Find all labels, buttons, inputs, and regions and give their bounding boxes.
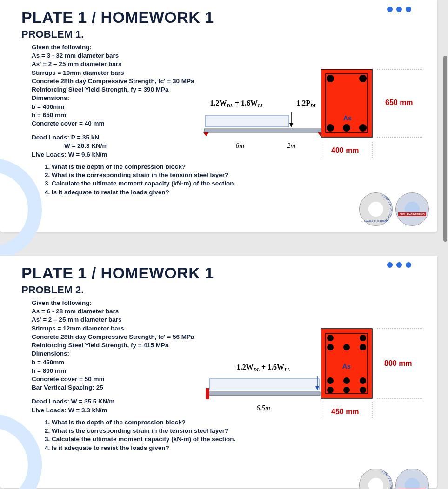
question: 1. What is the depth of the compression …: [45, 163, 314, 171]
span-dimensions: 6m 2m: [194, 142, 333, 150]
svg-point-28: [327, 344, 334, 350]
question: 4. Is it adequate to resist the loads gi…: [45, 444, 314, 452]
svg-marker-4: [203, 132, 209, 136]
civil-eng-seal: CIVIL ENGINEERING: [395, 192, 429, 226]
svg-point-35: [343, 387, 350, 393]
given-line: Dimensions:: [32, 350, 314, 358]
civil-eng-seal: CIVIL ENGINEERING: [395, 469, 429, 489]
as-label: As: [342, 363, 351, 370]
question: 1. What is the depth of the compression …: [45, 418, 314, 427]
given-line: Reinforcing Steel Yield Strength, fy = 4…: [32, 341, 314, 350]
question: 3. Calculate the ultimate moment capacit…: [45, 179, 314, 188]
load-formula: 1.2WDL + 1.6WLL: [194, 363, 333, 372]
slide-problem-1: PLATE 1 / HOMEWORK 1 PROBLEM 1. Given th…: [0, 0, 437, 232]
given-line: Reinforcing Steel Yield Strength, fy = 3…: [32, 86, 314, 94]
svg-point-29: [343, 344, 350, 350]
given-line: As' = 2 – 25 mm diameter bars: [32, 316, 314, 324]
svg-text:MANILA, PHILIPPINES: MANILA, PHILIPPINES: [364, 220, 389, 223]
svg-rect-19: [209, 379, 319, 390]
question: 2. What is the corresponding strain in t…: [45, 427, 314, 435]
load-line: Live Loads: W = 9.6 kN/m: [32, 151, 314, 159]
span-dimensions: 6.5m: [194, 404, 333, 412]
svg-rect-1: [204, 129, 322, 132]
height-dim: 800 mm: [384, 359, 412, 367]
svg-point-12: [359, 124, 367, 132]
university-seals: ADAMSON UNIVERSITY CIVIL ENGINEERING: [359, 469, 429, 489]
question: 4. Is it adequate to resist the loads gi…: [45, 188, 314, 197]
questions-list: 1. What is the depth of the compression …: [32, 418, 314, 452]
formula-part: 1.2W: [210, 99, 227, 107]
svg-point-11: [343, 124, 350, 132]
svg-point-30: [360, 344, 366, 350]
formula-part: 1.2P: [296, 99, 310, 107]
problem-heading: PROBLEM 2.: [21, 284, 419, 296]
section-svg: As 650 mm 400 mm: [316, 66, 423, 163]
slide-title: PLATE 1 / HOMEWORK 1: [21, 8, 419, 26]
svg-point-31: [327, 377, 334, 384]
svg-text:ADAMSON UNIVERSITY: ADAMSON UNIVERSITY: [381, 470, 392, 489]
load-formula: 1.2WDL + 1.6WLL 1.2PDL: [194, 99, 333, 108]
beam-diagram: 1.2WDL + 1.6WLL 6.5m: [194, 363, 333, 412]
beam-svg: [203, 376, 324, 402]
given-line: Stirrups = 10mm diameter bars: [32, 69, 314, 77]
given-line: Stirrups = 12mm diameter bars: [32, 324, 314, 333]
svg-marker-3: [289, 123, 293, 127]
given-line: As = 6 - 28 mm diameter bars: [32, 307, 314, 316]
section-svg: As 800 mm 450 mm: [316, 326, 423, 423]
svg-point-27: [360, 335, 366, 341]
slide-title: PLATE 1 / HOMEWORK 1: [21, 264, 419, 282]
beam-svg: [201, 112, 326, 140]
svg-point-36: [360, 387, 366, 393]
question: 2. What is the corresponding strain in t…: [45, 171, 314, 179]
given-line: As = 3 - 32 mm diameter bars: [32, 52, 314, 60]
svg-rect-0: [205, 116, 289, 127]
cross-section-diagram: As 800 mm 450 mm: [316, 326, 423, 423]
svg-point-26: [327, 335, 334, 341]
svg-rect-21: [206, 388, 209, 399]
height-dim: 650 mm: [385, 99, 413, 106]
seal-band: CIVIL ENGINEERING: [398, 212, 426, 216]
beam-diagram: 1.2WDL + 1.6WLL 1.2PDL 6m 2m: [194, 99, 333, 150]
given-line: Concrete 28th day Compressive Strength, …: [32, 333, 314, 341]
given-header: Given the following:: [32, 299, 314, 307]
given-header: Given the following:: [32, 43, 314, 52]
width-dim: 400 mm: [331, 146, 359, 154]
scrollbar[interactable]: [443, 56, 447, 242]
svg-point-8: [327, 75, 334, 82]
given-line: As' = 2 – 25 mm diameter bars: [32, 60, 314, 68]
adamson-seal: ADAMSON UNIVERSITYMANILA, PHILIPPINES: [359, 192, 393, 226]
svg-rect-20: [208, 392, 320, 396]
svg-point-33: [360, 377, 366, 384]
given-line: Concrete 28th day Compressive Strength, …: [32, 77, 314, 86]
width-dim: 450 mm: [331, 408, 359, 416]
formula-part: 1.2W: [237, 363, 254, 371]
svg-point-32: [343, 377, 350, 384]
as-label: As: [343, 114, 352, 122]
question: 3. Calculate the ultimate moment capacit…: [45, 435, 314, 443]
svg-text:ADAMSON UNIVERSITY: ADAMSON UNIVERSITY: [381, 194, 392, 224]
svg-point-10: [327, 124, 334, 132]
svg-point-34: [327, 387, 334, 393]
questions-list: 1. What is the depth of the compression …: [32, 163, 314, 197]
svg-point-9: [359, 75, 367, 82]
university-seals: ADAMSON UNIVERSITYMANILA, PHILIPPINES CI…: [359, 192, 429, 226]
problem-heading: PROBLEM 1.: [21, 28, 419, 40]
slide-problem-2: PLATE 1 / HOMEWORK 1 PROBLEM 2. Given th…: [0, 256, 437, 488]
adamson-seal: ADAMSON UNIVERSITY: [359, 469, 393, 489]
cross-section-diagram: As 650 mm 400 mm: [316, 66, 423, 163]
